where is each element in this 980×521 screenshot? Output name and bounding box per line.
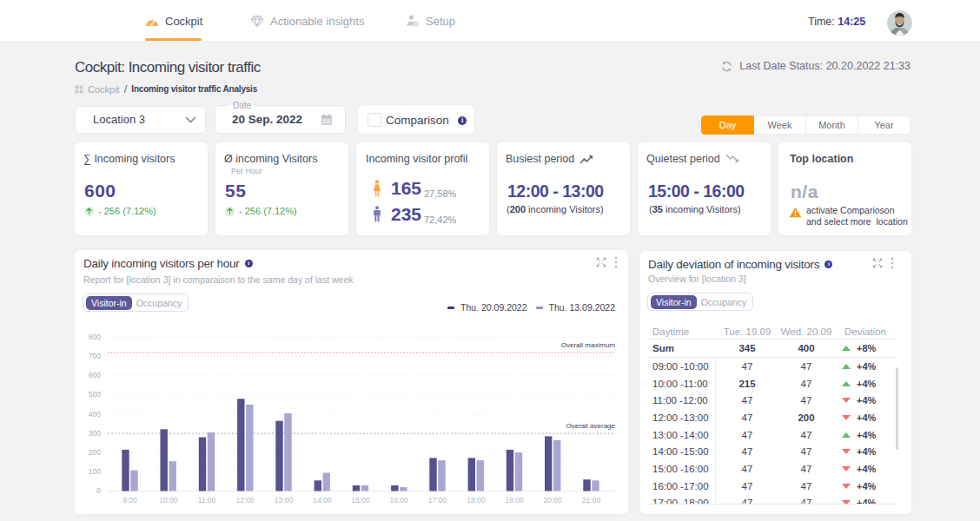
svg-text:Overall maximum: Overall maximum <box>561 341 616 349</box>
svg-text:17:00: 17:00 <box>428 496 447 505</box>
svg-text:10:00: 10:00 <box>159 496 178 505</box>
svg-text:16:00: 16:00 <box>390 496 409 505</box>
svg-text:300: 300 <box>89 429 101 438</box>
svg-text:19:00: 19:00 <box>505 496 524 505</box>
svg-text:Overall average: Overall average <box>566 422 616 430</box>
svg-text:14:00: 14:00 <box>313 496 332 505</box>
svg-text:600: 600 <box>89 371 101 379</box>
svg-text:11:00: 11:00 <box>198 496 216 505</box>
svg-text:800: 800 <box>89 333 101 341</box>
svg-text:13:00: 13:00 <box>275 496 294 505</box>
svg-text:200: 200 <box>89 448 101 457</box>
svg-text:700: 700 <box>89 352 101 360</box>
svg-text:18:00: 18:00 <box>467 496 486 505</box>
svg-text:100: 100 <box>89 467 101 476</box>
svg-text:9:00: 9:00 <box>122 496 137 505</box>
svg-text:15:00: 15:00 <box>351 496 370 505</box>
svg-text:0: 0 <box>96 486 101 495</box>
svg-text:20:00: 20:00 <box>544 496 563 505</box>
svg-text:400: 400 <box>89 410 101 419</box>
svg-text:12:00: 12:00 <box>236 496 255 505</box>
svg-text:21:00: 21:00 <box>582 496 601 505</box>
svg-text:500: 500 <box>89 390 101 399</box>
